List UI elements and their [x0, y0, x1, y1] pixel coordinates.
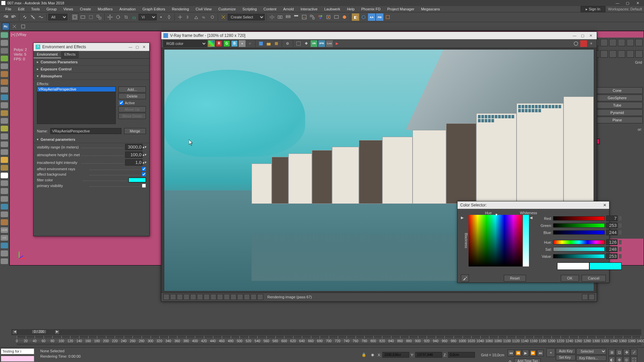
- left-icon-30[interactable]: [1, 258, 8, 264]
- viewnav-1[interactable]: ⊞: [608, 349, 615, 356]
- viewnav-2[interactable]: ⊡: [616, 349, 623, 356]
- vfb-channel-select[interactable]: RGB color: [163, 40, 207, 47]
- render-setup-button[interactable]: [325, 13, 332, 21]
- left-icon-1[interactable]: [1, 32, 8, 38]
- red-slider[interactable]: [553, 216, 605, 221]
- menu-customize[interactable]: Customize: [215, 7, 239, 11]
- edit-named-sel-button[interactable]: [220, 13, 227, 21]
- subpanel-cameras[interactable]: [618, 50, 625, 58]
- left-icon-8[interactable]: [1, 87, 8, 93]
- add-time-tag-button[interactable]: Add Time Tag: [514, 358, 541, 362]
- vfb-status-btn-14[interactable]: [251, 294, 257, 300]
- effects-merge-button[interactable]: Merge: [124, 128, 146, 134]
- maxscript-listener[interactable]: [1, 348, 34, 354]
- vfb-status-btn-2[interactable]: [170, 294, 176, 300]
- env-section-common[interactable]: Common Parameters: [34, 59, 149, 66]
- left-icon-7[interactable]: [1, 79, 8, 85]
- goto-start-button[interactable]: ⏮: [507, 350, 514, 356]
- vfb-history-button[interactable]: ≡: [588, 40, 595, 47]
- layer-explorer-button[interactable]: [284, 13, 292, 21]
- selection-filter[interactable]: All: [48, 14, 67, 20]
- visibility-range-input[interactable]: [125, 144, 143, 150]
- timeline-prev-button[interactable]: ◀: [12, 329, 17, 335]
- vfb-status-btn-12[interactable]: [237, 294, 243, 300]
- menu-group[interactable]: Group: [43, 7, 60, 11]
- menu-rendering[interactable]: Rendering: [169, 7, 193, 11]
- color-selector-titlebar[interactable]: Color Selector: ✕: [458, 201, 609, 209]
- effects-list-item[interactable]: VRayAerialPerspective: [37, 87, 115, 92]
- left-icon-23[interactable]: [1, 204, 8, 209]
- left-icon-17[interactable]: [1, 157, 8, 163]
- rotate-button[interactable]: [114, 13, 122, 21]
- effects-movedown-button[interactable]: Move Down: [118, 113, 146, 119]
- redo-button[interactable]: [10, 13, 17, 21]
- red-input[interactable]: [606, 216, 618, 221]
- env-titlebar[interactable]: 3 Environment and Effects — ▢ ✕: [34, 43, 149, 51]
- color-selector-close-button[interactable]: ✕: [603, 203, 606, 207]
- plugin-btn-5[interactable]: [384, 13, 391, 21]
- coord-x-input[interactable]: [382, 352, 409, 358]
- viewnav-3[interactable]: ✥: [623, 349, 630, 356]
- spinner-snap-button[interactable]: [209, 13, 216, 21]
- effect-name-input[interactable]: [50, 128, 121, 134]
- spinner-icon[interactable]: [619, 247, 622, 251]
- minimize-button[interactable]: —: [612, 0, 623, 6]
- vfb-alpha-channel[interactable]: ●: [239, 40, 246, 47]
- obj-geosphere[interactable]: GeoSphere: [592, 95, 643, 101]
- eyedropper-button[interactable]: [461, 275, 469, 282]
- green-input[interactable]: [606, 223, 618, 228]
- spinner-icon[interactable]: [619, 240, 622, 244]
- time-ruler[interactable]: 0204060801001201401601802002202402602803…: [17, 336, 641, 345]
- env-section-exposure[interactable]: Exposure Control: [34, 66, 149, 73]
- timeline-next-button[interactable]: ▶: [54, 329, 60, 335]
- left-icon-24[interactable]: [1, 212, 8, 217]
- left-icon-15[interactable]: [1, 141, 8, 147]
- unlink-button[interactable]: [29, 13, 37, 21]
- isolate-icon[interactable]: ◉: [369, 351, 376, 359]
- maxscript-input[interactable]: [1, 356, 34, 362]
- vfb-maximize-button[interactable]: ▢: [579, 34, 587, 38]
- left-icon-21[interactable]: [1, 188, 8, 194]
- left-icon-10[interactable]: [1, 102, 8, 108]
- left-icon-25[interactable]: [1, 219, 8, 225]
- sat-input[interactable]: [606, 246, 618, 252]
- sat-slider[interactable]: [553, 247, 605, 251]
- window-crossing-button[interactable]: [95, 13, 103, 21]
- rect-region-button[interactable]: [87, 13, 95, 21]
- viewnav-5[interactable]: ◐: [608, 356, 615, 362]
- left-icon-12[interactable]: [1, 118, 8, 124]
- left-icon-26[interactable]: HDR: [1, 227, 8, 233]
- menu-project-manager[interactable]: Project Manager: [384, 7, 418, 11]
- subpanel-lights[interactable]: [609, 50, 616, 58]
- vfb-status-btn-5[interactable]: [190, 294, 196, 300]
- signin-button[interactable]: ▸ Sign In: [581, 6, 605, 12]
- obj-tube[interactable]: Tube: [592, 102, 643, 109]
- viewport-label[interactable]: [+] [VRay: [11, 33, 26, 37]
- plugin-btn-2[interactable]: [360, 13, 367, 21]
- select-object-button[interactable]: [71, 13, 78, 21]
- vfb-status-btn-8[interactable]: [210, 294, 216, 300]
- vfb-status-btn-r1[interactable]: [582, 294, 588, 300]
- menu-graph-editors[interactable]: Graph Editors: [139, 7, 169, 11]
- set-key-button[interactable]: Set Key: [556, 355, 576, 360]
- obj-plane[interactable]: Plane: [592, 117, 643, 123]
- plugin-btn-1[interactable]: ◧: [352, 13, 359, 21]
- menu-laubwerk[interactable]: Laubwerk: [321, 7, 344, 11]
- env-close-button[interactable]: ✕: [141, 45, 147, 49]
- vfb-rgb-button[interactable]: [208, 40, 215, 47]
- menu-phoenix-fd[interactable]: Phoenix FD: [358, 7, 384, 11]
- ribbon-home-button[interactable]: Rc: [2, 23, 9, 30]
- vfb-ipr-button[interactable]: IPR: [318, 40, 325, 47]
- left-icon-19[interactable]: [1, 173, 8, 178]
- env-minimize-button[interactable]: —: [127, 45, 134, 49]
- key-filters-button[interactable]: Key Filters...: [576, 355, 606, 361]
- effects-moveup-button[interactable]: Move Up: [118, 106, 146, 112]
- spinner-icon[interactable]: [619, 223, 622, 228]
- next-frame-button[interactable]: ⏩: [530, 350, 536, 356]
- panel-tab-hierarchy[interactable]: [609, 39, 616, 46]
- panel-tab-modify[interactable]: [600, 39, 608, 46]
- scale-button[interactable]: [122, 13, 130, 21]
- whiteness-slider[interactable]: [523, 215, 529, 266]
- effects-active-checkbox[interactable]: Active: [118, 100, 146, 106]
- menu-interactive[interactable]: Interactive: [297, 7, 321, 11]
